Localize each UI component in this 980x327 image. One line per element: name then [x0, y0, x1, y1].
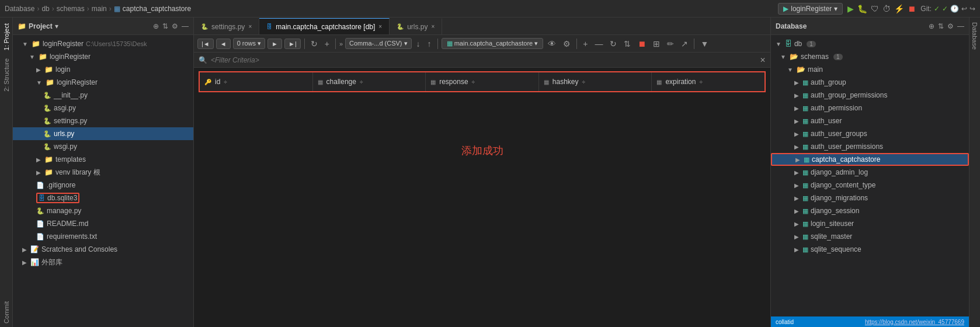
git-check1[interactable]: ✓: [934, 5, 940, 13]
db-close-icon[interactable]: —: [957, 22, 964, 30]
tab-db[interactable]: 🗄 main.captcha_captchastore [db] ×: [259, 18, 390, 34]
side-tab-commit[interactable]: Commit: [2, 298, 11, 327]
col-response-sort[interactable]: ÷: [472, 79, 475, 85]
debug-button[interactable]: 🐛: [857, 4, 867, 13]
col-challenge[interactable]: ▦ challenge ÷: [313, 72, 426, 91]
tree-templates[interactable]: ▶ 📁 templates: [13, 153, 193, 166]
db-main[interactable]: ▼ 📂 main: [771, 63, 969, 76]
stop-button[interactable]: ⏹: [908, 4, 916, 13]
project-dropdown[interactable]: ▾: [55, 22, 58, 30]
refresh-icon[interactable]: ↻: [308, 38, 320, 50]
tree-scratches[interactable]: ▶ 📝 Scratches and Consoles: [13, 243, 193, 256]
tree-settings[interactable]: 🐍 settings.py: [13, 114, 193, 127]
side-tab-structure[interactable]: 2: Structure: [2, 55, 11, 95]
format-select[interactable]: Comma-...d (CSV) ▾: [345, 38, 412, 49]
db-add-icon[interactable]: ⊕: [929, 22, 934, 30]
nav-first[interactable]: |◄: [197, 39, 214, 49]
tree-venv[interactable]: ▶ 📁 venv library 根: [13, 166, 193, 179]
col-expiration-sort[interactable]: ÷: [699, 79, 703, 85]
db-login-siteuser[interactable]: ▶ ▦ login_siteuser: [771, 217, 969, 230]
run-config-button[interactable]: ⚡: [894, 4, 904, 13]
db-django-session[interactable]: ▶ ▦ django_session: [771, 204, 969, 217]
git-undo[interactable]: ↩: [961, 5, 967, 13]
rows-dropdown[interactable]: ▾: [258, 40, 261, 47]
tab-db-close[interactable]: ×: [378, 23, 382, 30]
col-challenge-sort[interactable]: ÷: [360, 79, 363, 85]
stop-red[interactable]: ⏹: [635, 38, 648, 50]
run-config[interactable]: ▶ loginRegister ▾: [778, 3, 843, 15]
coverage-button[interactable]: 🛡: [871, 4, 879, 13]
col-id[interactable]: 🔑 id ÷: [200, 72, 313, 91]
format-dropdown[interactable]: ▾: [404, 40, 408, 47]
profile-button[interactable]: ⏱: [882, 4, 891, 13]
tab-urls[interactable]: 🐍 urls.py ×: [390, 18, 442, 34]
close-icon[interactable]: —: [182, 22, 189, 30]
col-response[interactable]: ▦ response ÷: [426, 72, 539, 91]
tree-requirements[interactable]: 📄 requirements.txt: [13, 230, 193, 243]
tree-manage[interactable]: 🐍 manage.py: [13, 204, 193, 217]
db-root[interactable]: ▼ 🗄 db 1: [771, 37, 969, 50]
db-captcha[interactable]: ▶ ▦ captcha_captchastore: [771, 153, 969, 166]
nav-arrows[interactable]: ⇅: [621, 38, 633, 50]
tree-login[interactable]: ▶ 📁 login: [13, 63, 193, 76]
minus-icon[interactable]: —: [592, 38, 605, 50]
tree-loginregister[interactable]: ▼ 📁 loginRegister: [13, 50, 193, 63]
tree-root[interactable]: ▼ 📁 loginRegister C:\Users\15735\Desk: [13, 37, 193, 50]
db-sqlite-master[interactable]: ▶ ▦ sqlite_master: [771, 230, 969, 243]
nav-last[interactable]: ►|: [284, 39, 301, 49]
run-button[interactable]: ▶: [847, 4, 854, 13]
tree-wsgi[interactable]: 🐍 wsgi.py: [13, 140, 193, 153]
table-name-dropdown[interactable]: ▾: [534, 40, 538, 47]
tree-urls[interactable]: 🐍 urls.py: [13, 127, 193, 140]
tree-external[interactable]: ▶ 📊 外部库: [13, 256, 193, 269]
tree-asgi[interactable]: 🐍 asgi.py: [13, 102, 193, 114]
db-auth-group[interactable]: ▶ ▦ auth_group: [771, 76, 969, 89]
tree-init[interactable]: 🐍 __init__.py: [13, 89, 193, 102]
edit-icon[interactable]: ✏: [665, 38, 676, 50]
tab-settings[interactable]: 🐍 settings.py ×: [194, 18, 259, 34]
db-schemas[interactable]: ▼ 📂 schemas 1: [771, 50, 969, 63]
view-icon[interactable]: 👁: [545, 38, 558, 50]
col-id-sort[interactable]: ÷: [224, 79, 227, 85]
git-check2[interactable]: ✓: [942, 5, 948, 13]
tab-settings-close[interactable]: ×: [248, 23, 252, 30]
layout-icon[interactable]: ⇅: [162, 22, 168, 30]
export-down-icon[interactable]: ↓: [414, 38, 423, 50]
add-row-icon[interactable]: +: [322, 38, 332, 50]
export-up-icon[interactable]: ↑: [425, 38, 434, 50]
db-layout-icon[interactable]: ⇅: [938, 22, 944, 30]
col-expiration[interactable]: ▦ expiration ÷: [652, 72, 764, 91]
db-auth-user[interactable]: ▶ ▦ auth_user: [771, 114, 969, 127]
col-hashkey[interactable]: ▦ hashkey ÷: [539, 72, 652, 91]
side-tab-database[interactable]: Database: [969, 18, 980, 327]
filter-close-icon[interactable]: ✕: [760, 56, 766, 64]
db-auth-group-perm[interactable]: ▶ ▦ auth_group_permissions: [771, 89, 969, 102]
db-django-content[interactable]: ▶ ▦ django_content_type: [771, 179, 969, 192]
tree-db[interactable]: 🗄 db.sqlite3: [13, 192, 193, 204]
col-hashkey-sort[interactable]: ÷: [582, 79, 585, 85]
nav-prev[interactable]: ◄: [216, 39, 231, 49]
breadcrumb-db[interactable]: db: [41, 5, 49, 13]
db-auth-perm[interactable]: ▶ ▦ auth_permission: [771, 102, 969, 114]
db-auth-user-perm[interactable]: ▶ ▦ auth_user_permissions: [771, 140, 969, 153]
db-django-admin-log[interactable]: ▶ ▦ django_admin_log: [771, 166, 969, 179]
filter-input[interactable]: [211, 56, 756, 64]
breadcrumb-main[interactable]: main: [92, 5, 107, 13]
git-clock[interactable]: 🕐: [950, 5, 959, 13]
db-auth-user-groups[interactable]: ▶ ▦ auth_user_groups: [771, 127, 969, 140]
db-sqlite-sequence[interactable]: ▶ ▦ sqlite_sequence: [771, 243, 969, 256]
refresh-icon2[interactable]: ↻: [607, 38, 619, 50]
db-django-migrations[interactable]: ▶ ▦ django_migrations: [771, 192, 969, 204]
db-settings-icon[interactable]: ⚙: [947, 22, 954, 30]
breadcrumb-schemas[interactable]: schemas: [57, 5, 85, 13]
settings-icon2[interactable]: ⚙: [561, 38, 573, 50]
filter-icon[interactable]: ▼: [698, 38, 711, 50]
settings-icon[interactable]: ⚙: [172, 22, 178, 30]
nav-next[interactable]: ►: [267, 39, 282, 49]
plus-icon[interactable]: +: [581, 38, 590, 50]
tab-urls-close[interactable]: ×: [432, 23, 435, 30]
add-icon[interactable]: ⊕: [153, 22, 159, 30]
export2-icon[interactable]: ↗: [679, 38, 690, 50]
tree-loginregister-sub[interactable]: ▼ 📁 loginRegister: [13, 76, 193, 89]
git-redo[interactable]: ↪: [969, 5, 975, 13]
